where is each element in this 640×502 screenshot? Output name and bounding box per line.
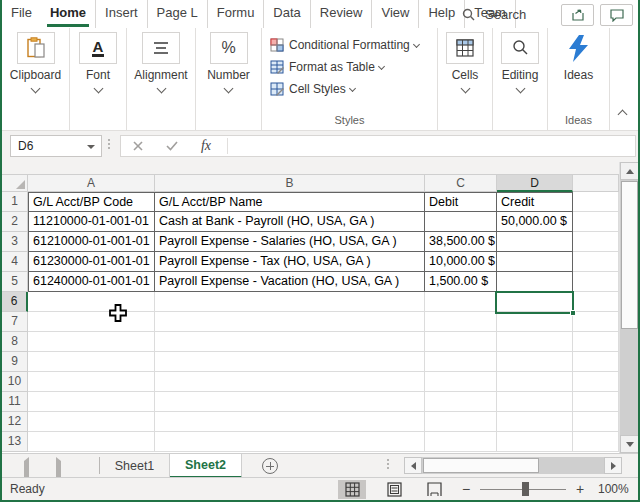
cell-d9[interactable] — [497, 352, 573, 372]
row-header-11[interactable]: 11 — [2, 392, 28, 412]
cell-e10[interactable] — [573, 372, 619, 392]
column-header-e[interactable] — [573, 174, 619, 192]
vertical-scrollbar-thumb[interactable] — [621, 181, 638, 329]
ribbon-group-ideas[interactable]: Ideas Ideas — [548, 28, 610, 130]
scroll-right-button[interactable] — [604, 457, 622, 474]
cell-a8[interactable] — [28, 332, 155, 352]
cell-d7[interactable] — [497, 312, 573, 332]
cell-b6[interactable] — [155, 292, 425, 312]
page-layout-view-button[interactable] — [380, 480, 408, 499]
insert-function-button[interactable]: fx — [189, 138, 223, 154]
cell-b9[interactable] — [155, 352, 425, 372]
cell-e7[interactable] — [573, 312, 619, 332]
horizontal-scrollbar[interactable] — [404, 457, 622, 474]
column-header-c[interactable]: C — [425, 174, 497, 192]
fill-handle[interactable] — [570, 310, 576, 316]
menu-tab-review[interactable]: Review — [310, 0, 372, 28]
cell-a13[interactable] — [28, 432, 155, 452]
formula-input[interactable] — [232, 136, 635, 156]
cell-d12[interactable] — [497, 412, 573, 432]
cell-styles-button[interactable]: Cell Styles — [270, 78, 355, 100]
row-header-2[interactable]: 2 — [2, 212, 28, 232]
cell-c3[interactable]: 38,500.00 $ — [425, 232, 497, 252]
cell-a1[interactable]: G/L Acct/BP Code — [28, 192, 155, 212]
row-header-5[interactable]: 5 — [2, 272, 28, 292]
menu-tab-insert[interactable]: Insert — [95, 0, 147, 28]
cell-b12[interactable] — [155, 412, 425, 432]
cell-b13[interactable] — [155, 432, 425, 452]
cell-b5[interactable]: Payroll Expense - Vacation (HO, USA, GA … — [155, 272, 425, 292]
cell-b10[interactable] — [155, 372, 425, 392]
cell-e3[interactable] — [573, 232, 619, 252]
cell-c4[interactable]: 10,000.00 $ — [425, 252, 497, 272]
scroll-left-button[interactable] — [404, 457, 422, 474]
vertical-scrollbar[interactable] — [619, 162, 638, 453]
cell-e2[interactable] — [573, 212, 619, 232]
cell-b4[interactable]: Payroll Expense - Tax (HO, USA, GA ) — [155, 252, 425, 272]
cell-e11[interactable] — [573, 392, 619, 412]
cell-b3[interactable]: Payroll Expense - Salaries (HO, USA, GA … — [155, 232, 425, 252]
sheet-tab-sheet2[interactable]: Sheet2 — [170, 454, 242, 478]
cell-b2[interactable]: Cash at Bank - Payroll (HO, USA, GA ) — [155, 212, 425, 232]
menu-tab-file[interactable]: File — [2, 0, 41, 28]
zoom-in-button[interactable]: + — [572, 481, 588, 497]
cell-c9[interactable] — [425, 352, 497, 372]
cell-d2[interactable]: 50,000.00 $ — [497, 212, 573, 232]
cell-d10[interactable] — [497, 372, 573, 392]
cell-e8[interactable] — [573, 332, 619, 352]
row-header-10[interactable]: 10 — [2, 372, 28, 392]
cell-c5[interactable]: 1,500.00 $ — [425, 272, 497, 292]
cell-a10[interactable] — [28, 372, 155, 392]
drag-handle-dots-icon[interactable] — [387, 459, 389, 469]
cell-a12[interactable] — [28, 412, 155, 432]
chevron-down-icon[interactable] — [87, 145, 95, 149]
column-header-b[interactable]: B — [155, 174, 425, 192]
menu-tab-formulas[interactable]: Formu — [207, 0, 264, 28]
cancel-button[interactable] — [121, 141, 155, 151]
drag-handle-dots-icon[interactable] — [108, 139, 110, 149]
cell-d11[interactable] — [497, 392, 573, 412]
menu-tab-view[interactable]: View — [371, 0, 418, 28]
add-sheet-button[interactable] — [262, 458, 278, 474]
scroll-down-button[interactable] — [620, 435, 639, 453]
cell-c13[interactable] — [425, 432, 497, 452]
collapse-ribbon-icon[interactable] — [618, 110, 628, 120]
scroll-up-button[interactable] — [620, 162, 639, 180]
cell-c2[interactable] — [425, 212, 497, 232]
cell-a7[interactable] — [28, 312, 155, 332]
cell-c11[interactable] — [425, 392, 497, 412]
cell-b8[interactable] — [155, 332, 425, 352]
cell-e5[interactable] — [573, 272, 619, 292]
row-header-8[interactable]: 8 — [2, 332, 28, 352]
cell-d3[interactable] — [497, 232, 573, 252]
zoom-level-label[interactable]: 100% — [598, 482, 629, 496]
cell-e9[interactable] — [573, 352, 619, 372]
cell-a2[interactable]: 11210000-01-001-01 — [28, 212, 155, 232]
horizontal-scrollbar-thumb[interactable] — [423, 458, 539, 473]
selected-cell-d6[interactable] — [495, 291, 574, 314]
ribbon-group-alignment[interactable]: Alignment — [127, 28, 196, 130]
cell-a4[interactable]: 61230000-01-001-01 — [28, 252, 155, 272]
cell-e4[interactable] — [573, 252, 619, 272]
ribbon-group-editing[interactable]: Editing — [493, 28, 548, 130]
menu-tab-data[interactable]: Data — [263, 0, 309, 28]
cell-c1[interactable]: Debit — [425, 192, 497, 212]
menu-tab-home[interactable]: Home — [41, 0, 95, 28]
row-header-12[interactable]: 12 — [2, 412, 28, 432]
enter-button[interactable] — [155, 141, 189, 151]
cell-c7[interactable] — [425, 312, 497, 332]
ribbon-group-number[interactable]: % Number — [196, 28, 262, 130]
select-all-button[interactable] — [2, 174, 28, 192]
normal-view-button[interactable] — [338, 480, 366, 499]
cell-e6[interactable] — [573, 292, 619, 312]
cell-a5[interactable]: 61240000-01-001-01 — [28, 272, 155, 292]
cell-d13[interactable] — [497, 432, 573, 452]
cell-c8[interactable] — [425, 332, 497, 352]
ribbon-group-font[interactable]: A Font — [70, 28, 127, 130]
comments-button[interactable] — [600, 4, 633, 26]
cell-a9[interactable] — [28, 352, 155, 372]
cell-d1[interactable]: Credit — [497, 192, 573, 212]
cell-c6[interactable] — [425, 292, 497, 312]
cell-a6[interactable] — [28, 292, 155, 312]
format-as-table-button[interactable]: Format as Table — [270, 56, 384, 78]
